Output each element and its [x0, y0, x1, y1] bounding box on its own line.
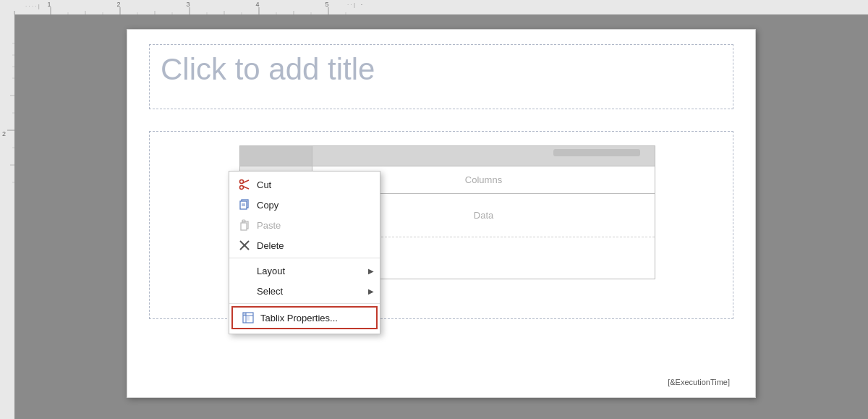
copy-label: Copy	[257, 200, 278, 211]
footer-execution-time: [&ExecutionTime]	[668, 378, 730, 386]
delete-label: Delete	[257, 240, 284, 251]
separator-2	[229, 303, 380, 304]
svg-rect-49	[241, 223, 247, 230]
ruler-left: 2	[0, 14, 14, 419]
delete-icon	[238, 239, 251, 252]
select-label: Select	[257, 286, 283, 297]
paste-icon	[238, 219, 251, 232]
svg-text:5: 5	[325, 1, 328, 8]
title-text: Click to add title	[150, 45, 733, 94]
svg-rect-28	[0, 14, 14, 419]
tablix-header-right	[312, 146, 655, 166]
select-icon	[238, 284, 251, 297]
copy-icon	[238, 198, 251, 211]
context-menu: Cut Copy	[229, 171, 380, 334]
ruler-top: // This won't run in SVG, handled below …	[0, 0, 868, 14]
svg-rect-58	[247, 318, 250, 321]
svg-rect-57	[247, 316, 250, 318]
slide-canvas: Click to add title Columns Data	[127, 29, 756, 398]
menu-item-cut[interactable]: Cut	[229, 174, 380, 195]
cut-label: Cut	[257, 179, 271, 190]
menu-item-layout[interactable]: Layout	[229, 261, 380, 281]
tablix-properties-label: Tablix Properties...	[260, 313, 338, 323]
svg-point-41	[240, 186, 244, 190]
content-area: Click to add title Columns Data	[14, 14, 868, 419]
title-placeholder[interactable]: Click to add title	[149, 44, 733, 109]
tablix-header	[240, 146, 655, 166]
layout-icon	[238, 264, 251, 277]
svg-text:· · · · |: · · · · |	[25, 3, 40, 9]
svg-text:4: 4	[255, 1, 259, 8]
svg-text:·: ·	[361, 1, 363, 8]
tablix-properties-icon	[242, 311, 255, 324]
svg-text:· · |: · · |	[347, 1, 355, 8]
menu-item-copy[interactable]: Copy	[229, 195, 380, 215]
svg-text:2: 2	[116, 1, 120, 8]
layout-label: Layout	[257, 266, 285, 276]
separator-1	[229, 258, 380, 258]
svg-text:3: 3	[186, 1, 190, 8]
svg-rect-0	[0, 0, 868, 14]
svg-rect-56	[244, 313, 246, 316]
menu-item-delete[interactable]: Delete	[229, 235, 380, 255]
svg-point-40	[240, 180, 244, 184]
svg-text:1: 1	[47, 1, 51, 8]
tablix-corner	[240, 146, 312, 166]
paste-label: Paste	[257, 220, 281, 231]
menu-item-paste[interactable]: Paste	[229, 215, 380, 235]
svg-text:2: 2	[2, 130, 6, 137]
scissors-icon	[238, 178, 251, 191]
menu-item-select[interactable]: Select	[229, 281, 380, 301]
menu-item-tablix-properties[interactable]: Tablix Properties...	[231, 306, 378, 329]
scroll-indicator	[553, 149, 640, 156]
